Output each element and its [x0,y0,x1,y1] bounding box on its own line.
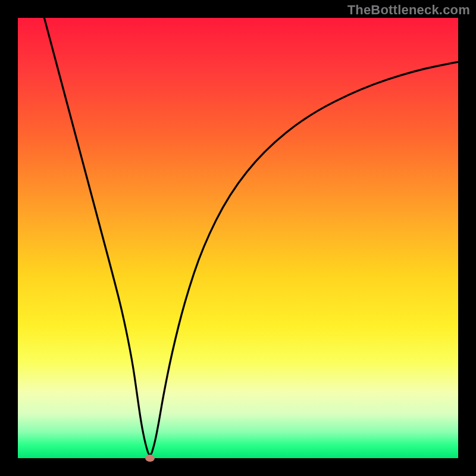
plot-area [18,18,458,458]
chart-frame: TheBottleneck.com [0,0,476,476]
optimal-point-marker [145,455,155,462]
bottleneck-curve [44,18,458,455]
curve-layer [18,18,458,458]
watermark-text: TheBottleneck.com [347,2,470,18]
